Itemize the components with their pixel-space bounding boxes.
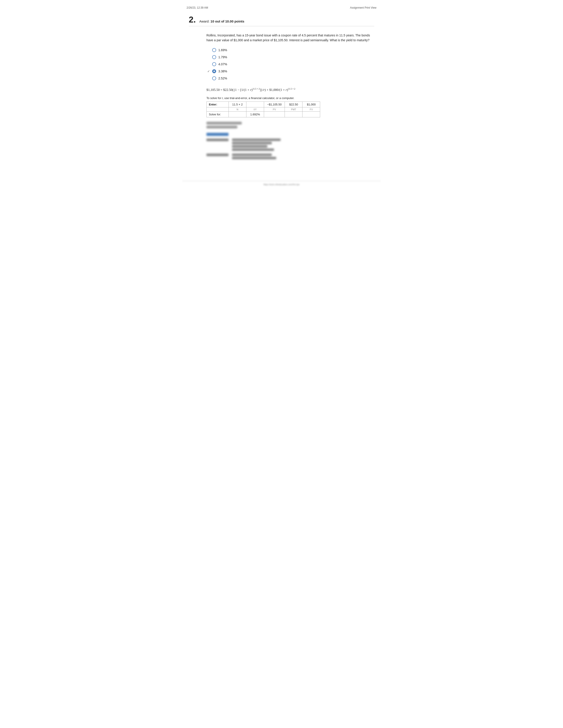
sub-pmt: PMT [285,107,303,111]
blurred-ref-label-2 [206,154,228,156]
blurred-ref-line-2a [232,154,272,156]
option-label-a: 1.69% [218,48,227,52]
table-cell-n-value: 11.5 × 2 [229,101,246,107]
formula-section: $1,105.50 = $22.50({1 − [1/(1 + r)11.5 ×… [206,87,374,93]
radio-e[interactable] [212,76,216,80]
footer-text: https://ezto.mheducation.com/hm.tpx [263,183,300,186]
solve-text: To solve for r, use trial-and-error, a f… [206,96,374,100]
blurred-ref-line-1a [232,139,280,141]
option-c[interactable]: 4.07% [206,62,374,66]
blurred-ref-content-1 [232,139,280,151]
blurred-line-2 [206,126,237,128]
option-b[interactable]: 1.79% [206,55,374,59]
blurred-ref-line-2b [232,157,276,159]
blurred-title [206,133,228,136]
option-a[interactable]: 1.69% [206,48,374,52]
blurred-line-1 [206,122,242,124]
calculator-table: Enter: 11.5 × 2 −$1,105.50 $22.50 $1,000… [206,101,320,117]
blurred-ref-content-2 [232,154,276,159]
page-header: 2/26/23, 12:39 AM Assignment Print View [182,4,381,11]
option-label-e: 2.52% [218,77,227,80]
table-row-enter: Enter: 11.5 × 2 −$1,105.50 $22.50 $1,000 [207,101,320,107]
option-label-d: 3.38% [218,69,227,73]
table-row-sub: N I/Y PV PMT FV [207,107,320,111]
solve-n [229,111,246,117]
page-footer: https://ezto.mheducation.com/hm.tpx [182,181,381,188]
option-label-c: 4.07% [218,62,227,66]
radio-a[interactable] [212,48,216,52]
blurred-ref-line-1b [232,142,272,144]
solve-label: Solve for: [207,111,229,117]
checkmark-d: ✓ [206,69,210,73]
timestamp: 2/26/23, 12:39 AM [186,6,208,9]
formula-equation: $1,105.50 = $22.50({1 − [1/(1 + r)11.5 ×… [206,87,374,93]
radio-c[interactable] [212,62,216,66]
question-number-row: 2. Award: 10 out of 10.00 points [189,15,374,26]
enter-label: Enter: [207,101,229,107]
blurred-section [206,122,374,159]
checkmark-b [206,55,210,59]
blurred-ref-row-1 [206,139,374,151]
sub-n: N [229,107,246,111]
table-cell-pmt-value: $22.50 [285,101,303,107]
sub-empty [207,107,229,111]
solve-fv [303,111,320,117]
table-cell-fv-value: $1,000 [303,101,320,107]
blurred-ref-line-1d [232,148,274,151]
table-cell-iy-value [246,101,264,107]
checkmark-e [206,77,210,80]
blurred-lines-top [206,122,374,128]
sub-iy: I/Y [246,107,264,111]
option-label-b: 1.79% [218,55,227,59]
blurred-ref-line-1c [232,145,267,148]
question-text: Rollins, Incorporated, has a 15-year bon… [206,33,374,43]
options-list: 1.69% 1.79% 4.07% ✓ 3.38% [206,48,374,80]
blurred-ref-label-1 [206,139,228,141]
table-cell-pv-value: −$1,105.50 [264,101,285,107]
radio-b[interactable] [212,55,216,59]
question-container: 2. Award: 10 out of 10.00 points Rollins… [182,13,381,168]
solve-iy: 1.692% [246,111,264,117]
page-title: Assignment Print View [350,6,377,9]
solve-pmt [285,111,303,117]
question-number: 2. [189,15,196,24]
checkmark-c [206,62,210,66]
option-d[interactable]: ✓ 3.38% [206,69,374,73]
solve-pv [264,111,285,117]
sub-pv: PV [264,107,285,111]
option-e[interactable]: 2.52% [206,76,374,80]
award-value: 10 out of 10.00 points [210,19,244,23]
award-text: Award: 10 out of 10.00 points [199,19,244,23]
sub-fv: FV [303,107,320,111]
table-row-solve: Solve for: 1.692% [207,111,320,117]
question-body: Rollins, Incorporated, has a 15-year bon… [206,33,374,159]
blurred-ref-row-2 [206,154,374,159]
radio-d[interactable] [212,69,216,73]
checkmark-a [206,48,210,52]
